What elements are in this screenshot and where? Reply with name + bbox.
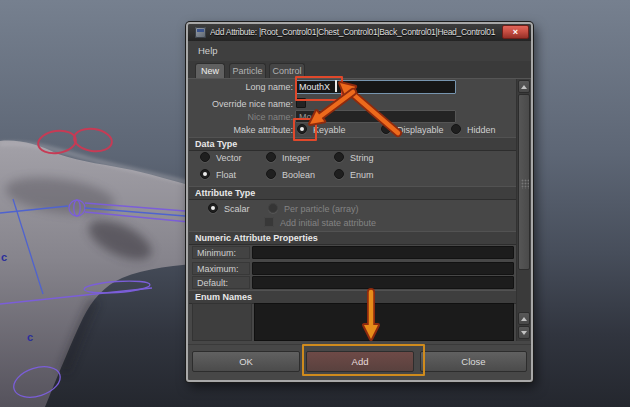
ok-button[interactable]: OK (192, 351, 300, 372)
radio-per-particle (268, 203, 278, 213)
radio-vector[interactable] (200, 152, 210, 162)
default-label: Default: (192, 276, 250, 289)
radio-integer-label[interactable]: Integer (282, 153, 310, 164)
long-name-label: Long name: (188, 82, 293, 93)
nice-name-input (295, 110, 456, 123)
radio-enum[interactable] (334, 169, 344, 179)
text-caret (335, 80, 337, 92)
radio-displayable-label[interactable]: Displayable (397, 125, 444, 136)
dialog-content: Long name: Override nice name: Nice name… (188, 78, 531, 343)
scroll-up-icon (521, 317, 527, 321)
radio-keyable[interactable] (297, 124, 307, 134)
radio-hidden[interactable] (451, 124, 461, 134)
radio-vector-label[interactable]: Vector (216, 153, 242, 164)
radio-boolean-label[interactable]: Boolean (282, 170, 315, 181)
minimum-label: Minimum: (192, 246, 250, 259)
scroll-down-icon (521, 331, 527, 335)
tab-particle[interactable]: Particle (229, 63, 266, 78)
screenshot-root: c c Add Attribute: |Root_Control01|Chest… (0, 0, 630, 407)
radio-integer[interactable] (266, 152, 276, 162)
override-nice-name-checkbox[interactable] (296, 98, 306, 108)
make-attribute-label: Make attribute: (188, 125, 293, 136)
radio-float[interactable] (200, 169, 210, 179)
tab-new[interactable]: New (195, 63, 225, 78)
window-titlebar[interactable]: Add Attribute: |Root_Control01|Chest_Con… (188, 24, 531, 42)
form-scrollbar[interactable] (516, 79, 530, 341)
scroll-up-icon (521, 85, 527, 89)
scrollbar-thumb[interactable] (518, 94, 530, 270)
maximum-input[interactable] (252, 262, 514, 275)
close-button[interactable]: × (502, 25, 529, 39)
dialog-icon (195, 27, 206, 38)
scrollbar-up-button[interactable] (518, 80, 530, 93)
radio-scalar[interactable] (208, 203, 218, 213)
section-header-enum-names: Enum Names (189, 290, 522, 304)
radio-float-label[interactable]: Float (216, 170, 236, 181)
radio-hidden-label[interactable]: Hidden (467, 125, 496, 136)
enum-names-gutter (192, 303, 252, 341)
initial-state-checkbox (264, 217, 274, 227)
enum-names-list[interactable] (254, 303, 514, 341)
menu-bar: Help (188, 41, 531, 62)
radio-keyable-label[interactable]: Keyable (313, 125, 346, 136)
dialog-button-row: OK Add Close (188, 344, 531, 379)
add-attribute-dialog: Add Attribute: |Root_Control01|Chest_Con… (186, 22, 533, 382)
menu-help[interactable]: Help (198, 41, 218, 61)
window-title: Add Attribute: |Root_Control01|Chest_Con… (210, 24, 498, 41)
nice-name-label: Nice name: (188, 112, 293, 123)
radio-string[interactable] (334, 152, 344, 162)
tab-control[interactable]: Control (269, 63, 305, 78)
joint-label-c-lower: c (27, 331, 33, 343)
tab-bar: New Particle Control (188, 61, 531, 78)
radio-string-label[interactable]: String (350, 153, 374, 164)
close-dialog-button[interactable]: Close (420, 351, 527, 372)
maximum-label: Maximum: (192, 262, 250, 275)
scrollbar-down-button[interactable] (518, 326, 530, 339)
section-header-attribute-type: Attribute Type (189, 186, 522, 200)
radio-enum-label[interactable]: Enum (350, 170, 374, 181)
minimum-input[interactable] (252, 246, 514, 259)
section-header-numeric: Numeric Attribute Properties (189, 231, 522, 245)
initial-state-label: Add initial state attribute (280, 218, 376, 229)
long-name-input[interactable] (295, 80, 456, 94)
radio-boolean[interactable] (266, 169, 276, 179)
radio-scalar-label[interactable]: Scalar (224, 204, 250, 215)
radio-per-particle-label: Per particle (array) (284, 204, 359, 215)
add-button[interactable]: Add (306, 351, 414, 372)
section-header-data-type: Data Type (189, 137, 522, 151)
joint-label-c-upper: c (1, 251, 7, 263)
override-nice-name-label: Override nice name: (188, 99, 293, 110)
default-input[interactable] (252, 276, 514, 289)
radio-displayable[interactable] (381, 124, 391, 134)
scrollbar-up-button-bottom[interactable] (518, 312, 530, 325)
